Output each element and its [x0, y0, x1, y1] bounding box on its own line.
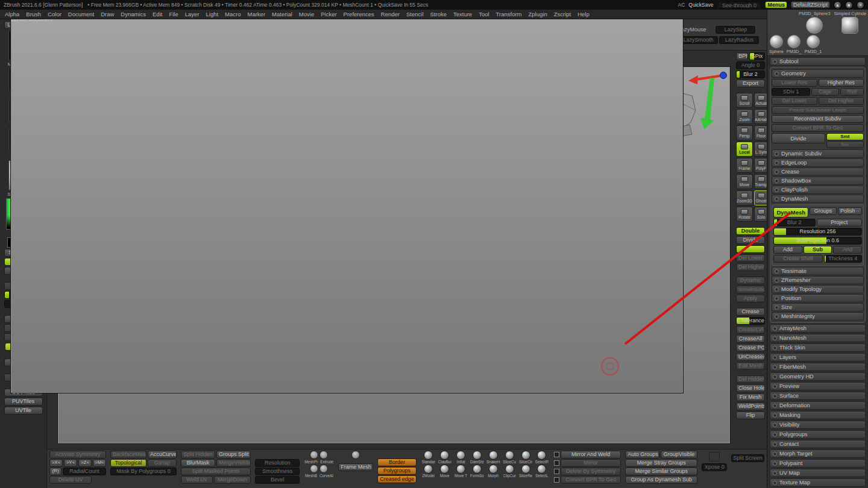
palette-section[interactable]: Geometry HD [770, 372, 866, 381]
brush-button[interactable]: DamStz [470, 451, 485, 464]
suv-button[interactable]: Suv [826, 141, 864, 148]
frame-mesh-button[interactable]: Frame Mesh [338, 463, 373, 471]
floor-button[interactable]: Floor [754, 125, 768, 140]
del-lower-shelf-button[interactable]: Del Lower [736, 254, 765, 262]
lower-res-button[interactable]: Lower Res [772, 79, 817, 87]
brush-button[interactable]: Move [437, 465, 453, 478]
resolution-slider[interactable]: Resolution 256 [773, 228, 862, 236]
flip-button[interactable]: Flip [736, 411, 765, 419]
recent-tool-thumbnail[interactable]: PM3D_ [787, 35, 802, 54]
palette-section[interactable]: Visibility [770, 421, 866, 429]
recent-tool-thumbnail[interactable]: PM3D_1 [805, 35, 822, 54]
quicksave-button[interactable]: QuickSave [688, 2, 713, 8]
uncreaseall-button[interactable]: UnCreaseAll [736, 353, 765, 361]
symmetry-axis-button[interactable]: >Z< [78, 459, 92, 467]
subprojection-slider[interactable]: SubProjection 0.6 [773, 237, 862, 245]
polish-button[interactable]: Polish○ [838, 207, 862, 215]
close-holes-button[interactable]: Close Holes [736, 384, 765, 392]
fix-mesh-button[interactable]: Fix Mesh [736, 393, 765, 401]
brush-button[interactable]: ClipCur [502, 465, 517, 478]
delete-uv-button[interactable]: Delete UV [49, 476, 92, 484]
menu-item[interactable]: Stroke [430, 11, 447, 17]
edit-mesh-button[interactable]: Edit Mesh [736, 362, 765, 370]
lazymouse-label[interactable]: LazyMouse [678, 27, 714, 33]
persp-button[interactable]: Persp [736, 125, 753, 140]
auto-groups-button[interactable]: Auto Groups [625, 451, 659, 458]
and-button[interactable]: And [833, 246, 862, 254]
split-masked-points-button[interactable]: Split Masked Points [181, 468, 251, 475]
see-through-slider[interactable]: See-through 0 [717, 2, 761, 8]
palette-section[interactable]: Polygroups [770, 430, 866, 439]
menu-item[interactable]: Dynamics [121, 11, 146, 17]
creased-edge-button[interactable]: Creased edge [377, 475, 417, 483]
brush-button[interactable]: SliceCir [518, 451, 533, 464]
menu-item[interactable]: Macro [225, 11, 241, 17]
smooth-subdiv-button[interactable]: SmoothSubdiv [736, 286, 765, 293]
split-hidden-button[interactable]: Split Hidden [181, 451, 215, 458]
extrude-icon[interactable] [319, 451, 328, 459]
brush-button[interactable]: FormSo [470, 465, 485, 478]
mirror-weld-checkbox[interactable] [554, 452, 559, 457]
menu-item[interactable]: Edit [153, 11, 162, 17]
palette-section[interactable]: Polypaint [770, 459, 866, 468]
activate-symmetry-button[interactable]: Activate Symmetry [49, 451, 106, 458]
restore-icon[interactable]: ■ [845, 1, 853, 9]
geometry-subsection[interactable]: EdgeLoop [772, 158, 864, 167]
gsnap-button[interactable]: Gsnap [148, 459, 177, 467]
convert-bpr-button[interactable]: Convert BPR To Geo [772, 124, 864, 132]
geometry-section[interactable]: Geometry [772, 69, 864, 78]
brush-button[interactable]: SliceCu [502, 451, 517, 464]
palette-section[interactable]: Layers [770, 353, 866, 361]
blurmask-button[interactable]: BlurMask [181, 459, 215, 467]
cage-button[interactable]: Cage [811, 88, 838, 96]
sub-button[interactable]: Sub [804, 246, 832, 254]
tool-thumbnail[interactable]: Simpled Cylinde [834, 11, 866, 34]
brush-button[interactable]: Standar [421, 451, 436, 464]
smt-button[interactable]: Smt [826, 133, 864, 140]
menus-button[interactable]: Menus [765, 1, 787, 8]
geometry-subsection[interactable]: Tessimate [772, 267, 864, 275]
del-higher-shelf-button[interactable]: Del Higher [736, 263, 765, 271]
close-icon[interactable]: ✕ [857, 1, 864, 9]
accucurve-button[interactable]: AccuCurve [148, 451, 177, 458]
project-button[interactable]: Project [817, 219, 863, 227]
apply-button[interactable]: Apply [736, 295, 765, 302]
mergedown-button[interactable]: MergeDown [214, 476, 251, 484]
palette-section[interactable]: UV Map [770, 469, 866, 477]
groups-split-button[interactable]: Groups Split [216, 451, 251, 458]
merge-stray-groups-button[interactable]: Merge Stray Groups [625, 459, 697, 467]
double-button[interactable]: Double [736, 227, 765, 235]
resolution-bottom-slider[interactable]: Resolution [255, 459, 300, 467]
creaselvl-toggle-icon[interactable]: ○ [764, 327, 765, 333]
divide-button[interactable]: Divide [772, 133, 825, 143]
menu-item[interactable]: Marker [248, 11, 266, 17]
spix-slider[interactable]: SPix 3 [749, 52, 765, 60]
brush-button[interactable]: ZModel [421, 465, 436, 478]
blur-slider[interactable]: Blur 2 [736, 70, 765, 78]
groups-button[interactable]: Groups [810, 207, 836, 215]
menu-item[interactable]: Color [48, 11, 61, 17]
move-view-button[interactable]: Move [736, 174, 753, 189]
menu-item[interactable]: File [169, 11, 178, 17]
symmetry-axis-button[interactable]: >Y< [64, 459, 77, 467]
palette-section[interactable]: FiberMesh [770, 363, 866, 371]
dynamesh-button[interactable]: DynaMesh [773, 207, 808, 217]
lazystep-slider[interactable]: LazyStep [715, 26, 755, 34]
radial-button[interactable]: (R) [49, 468, 61, 475]
brush-button[interactable]: Inflat [453, 451, 469, 464]
menu-item[interactable]: Picker [321, 11, 336, 17]
menu-item[interactable]: Alpha [5, 11, 19, 17]
geometry-subsection[interactable]: ClayPolish [772, 186, 864, 194]
weldpoints-button[interactable]: WeldPoints○ [736, 402, 765, 410]
palette-section[interactable]: Contact [770, 440, 866, 448]
aahalf-button[interactable]: AAHalf [754, 109, 768, 124]
divide-level-slider[interactable] [736, 245, 765, 253]
divide-shelf-button[interactable]: Divide [736, 236, 765, 244]
meshbalance-icon[interactable] [310, 465, 318, 473]
geometry-subsection[interactable]: Size [772, 303, 864, 311]
dynamesh-blur-slider[interactable]: Blur 2 [773, 219, 816, 227]
creaselvl-button[interactable]: CreaseLvl○ [736, 326, 765, 334]
brush-button[interactable]: SliceRe [518, 465, 533, 478]
polish-toggle-icon[interactable]: ○ [857, 208, 860, 214]
convert-bpr-geo-button[interactable]: Convert BPR To Geo [561, 476, 621, 484]
